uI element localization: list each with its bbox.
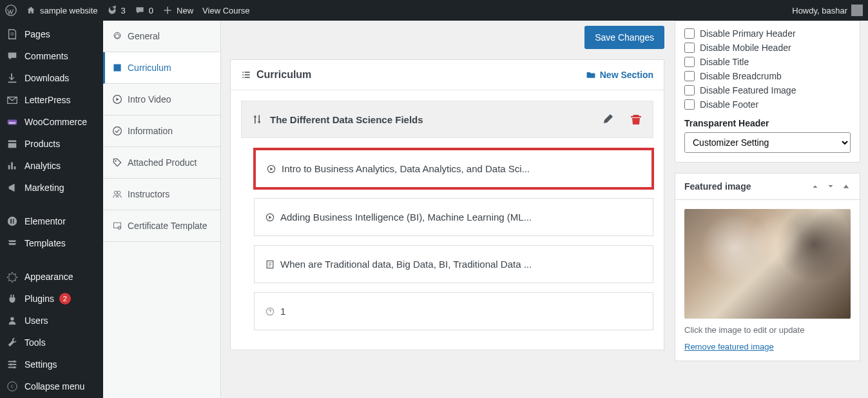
check-icon	[112, 126, 122, 136]
menu-marketing[interactable]: Marketing	[0, 177, 103, 199]
updates-link[interactable]: 3	[107, 5, 126, 15]
section-title: The Different Data Science Fields	[270, 114, 593, 125]
chevron-down-icon[interactable]	[826, 182, 835, 191]
menu-woocommerce[interactable]: wooWooCommerce	[0, 111, 103, 133]
tab-intro-video[interactable]: Intro Video	[103, 84, 220, 115]
comments-link[interactable]: 0	[135, 5, 153, 15]
menu-plugins[interactable]: Plugins2	[0, 288, 103, 310]
tools-icon	[6, 337, 18, 348]
checkbox-disable-title[interactable]: Disable Title	[684, 55, 851, 69]
transparent-header-select[interactable]: Customizer Setting	[684, 132, 851, 153]
list-icon	[241, 70, 251, 80]
svg-point-6	[10, 363, 12, 366]
mail-icon	[6, 94, 18, 106]
svg-point-0	[6, 5, 16, 15]
checkbox-input[interactable]	[684, 57, 695, 67]
svg-point-4	[10, 317, 14, 321]
transparent-header-label: Transparent Header	[684, 118, 851, 128]
lesson-item[interactable]: Intro to Business Analytics, Data Analyt…	[254, 148, 653, 189]
wp-logo[interactable]	[5, 5, 17, 16]
tag-icon	[112, 157, 122, 168]
checkbox-disable-footer[interactable]: Disable Footer	[684, 97, 851, 112]
featured-image-box: Click the image to edit or update Remove…	[675, 199, 860, 361]
play-icon	[112, 94, 122, 104]
menu-comments[interactable]: Comments	[0, 45, 103, 67]
marketing-icon	[6, 182, 18, 194]
menu-downloads[interactable]: Downloads	[0, 67, 103, 89]
featured-image-header: Featured image	[675, 173, 860, 199]
comments-count: 0	[149, 6, 153, 15]
checkbox-input[interactable]	[684, 28, 695, 39]
svg-point-8	[8, 382, 17, 391]
checkbox-disable-breadcrumb[interactable]: Disable Breadcrumb	[684, 69, 851, 83]
book-icon	[112, 63, 122, 73]
updates-count: 3	[121, 6, 126, 15]
menu-users[interactable]: Users	[0, 310, 103, 332]
templates-icon	[6, 237, 18, 249]
svg-rect-14	[113, 223, 121, 228]
comments-icon	[6, 50, 18, 62]
account-link[interactable]: Howdy, bashar	[792, 5, 863, 16]
menu-appearance[interactable]: Appearance	[0, 266, 103, 288]
svg-point-5	[14, 361, 16, 363]
panel-title: Curriculum	[241, 69, 311, 81]
menu-settings[interactable]: Settings	[0, 353, 103, 375]
remove-featured-image-link[interactable]: Remove featured image	[684, 342, 774, 352]
edit-icon[interactable]	[601, 113, 614, 126]
svg-point-11	[115, 160, 116, 161]
tab-attached-product[interactable]: Attached Product	[103, 147, 220, 179]
site-name: sample website	[40, 6, 98, 15]
doc-icon	[265, 259, 275, 270]
svg-point-12	[114, 191, 117, 194]
site-link[interactable]: sample website	[26, 5, 98, 15]
sort-icon[interactable]	[252, 114, 262, 124]
question-icon	[265, 306, 275, 317]
featured-image-caption: Click the image to edit or update	[684, 325, 851, 335]
checkbox-input[interactable]	[684, 99, 695, 110]
menu-analytics[interactable]: Analytics	[0, 155, 103, 177]
checkbox-input[interactable]	[684, 71, 695, 81]
tab-certificate-template[interactable]: Certificate Template	[103, 210, 220, 242]
tab-information[interactable]: Information	[103, 115, 220, 147]
new-link[interactable]: New	[162, 5, 193, 15]
cert-icon	[112, 221, 122, 231]
svg-point-3	[8, 217, 17, 226]
menu-elementor[interactable]: Elementor	[0, 210, 103, 232]
menu-products[interactable]: Products	[0, 133, 103, 155]
featured-image-thumbnail[interactable]	[684, 209, 851, 319]
settings-icon	[6, 359, 18, 370]
svg-point-13	[117, 191, 121, 194]
checkbox-disable-primary-header[interactable]: Disable Primary Header	[684, 26, 851, 41]
gear-icon	[112, 31, 122, 41]
view-course-link[interactable]: View Course	[202, 6, 249, 15]
svg-text:woo: woo	[8, 121, 16, 124]
admin-bar: sample website 3 0 New View Course Howdy…	[0, 0, 868, 21]
checkbox-disable-mobile-header[interactable]: Disable Mobile Header	[684, 41, 851, 55]
delete-icon[interactable]	[630, 113, 642, 126]
tab-general[interactable]: General	[103, 21, 220, 52]
menu-collapse-menu[interactable]: Collapse menu	[0, 375, 103, 397]
menu-letterpress[interactable]: LetterPress	[0, 89, 103, 111]
collapse-icon	[6, 381, 18, 392]
new-section-button[interactable]: New Section	[586, 70, 653, 80]
new-label: New	[177, 6, 193, 15]
lesson-item[interactable]: When are Traditional data, Big Data, BI,…	[254, 245, 653, 283]
checkbox-disable-featured-image[interactable]: Disable Featured Image	[684, 83, 851, 97]
tab-instructors[interactable]: Instructors	[103, 179, 220, 210]
section-header[interactable]: The Different Data Science Fields	[241, 101, 653, 138]
chevron-up-icon[interactable]	[811, 182, 820, 191]
lesson-item[interactable]: 1	[254, 292, 653, 330]
woo-icon: woo	[6, 116, 18, 128]
menu-pages[interactable]: Pages	[0, 23, 103, 45]
checkbox-input[interactable]	[684, 85, 695, 95]
save-button[interactable]: Save Changes	[584, 26, 664, 49]
course-tabs: GeneralCurriculumIntro VideoInformationA…	[103, 21, 221, 398]
pages-icon	[6, 28, 18, 40]
caret-up-icon[interactable]	[842, 182, 851, 191]
menu-templates[interactable]: Templates	[0, 232, 103, 254]
lesson-item[interactable]: Adding Business Intelligence (BI), Machi…	[254, 198, 653, 236]
tab-curriculum[interactable]: Curriculum	[103, 52, 220, 84]
menu-tools[interactable]: Tools	[0, 332, 103, 353]
checkbox-input[interactable]	[684, 43, 695, 53]
products-icon	[6, 138, 18, 150]
